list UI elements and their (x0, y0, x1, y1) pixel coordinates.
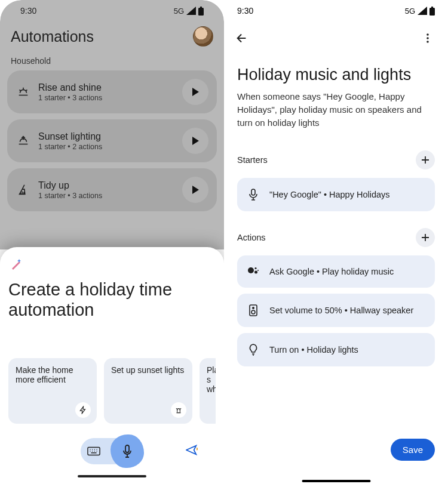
bolt-icon (75, 402, 91, 418)
suggestion-chip[interactable]: Play s when (200, 358, 216, 424)
automation-text: Rise and shine 1 starter • 3 actions (38, 82, 175, 102)
speaker-icon (247, 304, 260, 316)
automation-name: Rise and shine (38, 82, 175, 93)
battery-icon (198, 7, 204, 16)
automation-name: Sunset lighting (38, 131, 175, 142)
detail-description: When someone says "Hey Google, Happy Hol… (237, 90, 435, 129)
play-icon (191, 136, 200, 146)
svg-point-8 (426, 41, 429, 43)
sheet-title: Create a holiday time automation (8, 279, 216, 320)
add-action-button[interactable] (416, 228, 435, 247)
play-button[interactable] (182, 79, 208, 105)
page-header: Automations (7, 21, 217, 50)
action-card[interactable]: Ask Google • Play holiday music (237, 255, 435, 288)
sunrise-icon (16, 85, 31, 98)
bulb-icon (247, 344, 260, 356)
assistant-sheet: Create a holiday time automation Make th… (0, 247, 224, 487)
play-icon (191, 185, 200, 195)
action-text: Set volume to 50% • Hallway speaker (269, 306, 413, 315)
play-button[interactable] (182, 128, 208, 154)
automation-text: Sunset lighting 1 starter • 2 actions (38, 131, 175, 151)
status-time: 9:30 (237, 6, 253, 16)
svg-point-12 (254, 267, 256, 269)
starter-card[interactable]: "Hey Google" • Happy Holidays (237, 178, 435, 211)
chip-label: Make the home more efficient (16, 365, 73, 384)
automation-sub: 1 starter • 3 actions (38, 94, 175, 102)
svg-point-15 (253, 307, 254, 309)
network-label: 5G (174, 7, 184, 16)
svg-rect-2 (87, 448, 99, 455)
svg-point-13 (257, 270, 259, 271)
avatar[interactable] (193, 26, 213, 47)
svg-rect-4 (429, 8, 435, 16)
chip-label: Play s when (207, 365, 216, 394)
left-screen: 9:30 5G Automations Household Rise and s… (0, 0, 224, 487)
automation-card[interactable]: Tidy up 1 starter • 3 actions (7, 168, 217, 211)
sunset-icon (16, 134, 31, 147)
signal-icon (186, 7, 196, 15)
svg-point-16 (251, 310, 255, 314)
status-icons: 5G (174, 7, 204, 16)
status-bar: 9:30 5G (7, 0, 217, 21)
svg-point-6 (426, 33, 429, 36)
assistant-icon (247, 266, 260, 277)
right-screen: 9:30 5G Holiday music and lights When so… (224, 0, 448, 487)
action-text: Ask Google • Play holiday music (269, 267, 394, 276)
play-button[interactable] (182, 177, 208, 203)
network-label: 5G (405, 7, 415, 16)
automation-sub: 1 starter • 2 actions (38, 143, 175, 151)
home-indicator (78, 475, 146, 477)
automation-card[interactable]: Rise and shine 1 starter • 3 actions (7, 70, 217, 113)
input-bar (8, 434, 216, 468)
plus-icon (421, 155, 430, 165)
action-text: Turn on • Holiday lights (269, 345, 358, 355)
svg-rect-5 (431, 7, 433, 8)
action-card[interactable]: Turn on • Holiday lights (237, 333, 435, 366)
broom-icon (16, 183, 31, 196)
svg-rect-0 (198, 8, 204, 16)
mic-button[interactable] (111, 434, 144, 468)
svg-rect-9 (251, 189, 255, 195)
svg-point-11 (254, 271, 257, 274)
status-time: 9:30 (20, 6, 36, 16)
starter-text: "Hey Google" • Happy Holidays (269, 190, 390, 199)
automations-dimmed-layer: 9:30 5G Automations Household Rise and s… (0, 0, 224, 249)
wand-icon (10, 257, 216, 273)
svg-rect-3 (125, 445, 129, 452)
plus-icon (421, 233, 430, 242)
svg-point-10 (248, 267, 254, 273)
send-button[interactable] (186, 445, 198, 458)
arrow-left-icon (235, 32, 248, 45)
lights-icon (171, 402, 186, 418)
play-icon (191, 87, 200, 97)
actions-header: Actions (237, 228, 435, 247)
suggestion-chip[interactable]: Set up sunset lights (104, 358, 192, 424)
signal-icon (418, 7, 427, 15)
home-indicator (302, 480, 370, 482)
svg-rect-1 (200, 7, 202, 8)
automation-sub: 1 starter • 3 actions (38, 192, 175, 200)
starters-header: Starters (237, 150, 435, 169)
detail-title: Holiday music and lights (237, 66, 435, 84)
overflow-menu-button[interactable] (417, 27, 438, 49)
suggestion-chip[interactable]: Make the home more efficient (8, 358, 97, 424)
svg-point-7 (426, 37, 429, 39)
automation-text: Tidy up 1 starter • 3 actions (38, 180, 175, 200)
section-label: Household (7, 50, 217, 70)
back-button[interactable] (231, 27, 253, 49)
suggestion-chips: Make the home more efficient Set up suns… (8, 358, 216, 424)
send-icon (186, 445, 198, 455)
automation-name: Tidy up (38, 180, 175, 191)
save-button[interactable]: Save (391, 439, 435, 461)
status-bar: 9:30 5G (224, 0, 448, 21)
chip-label: Set up sunset lights (111, 365, 184, 375)
starters-label: Starters (237, 155, 268, 165)
add-starter-button[interactable] (416, 150, 435, 169)
automation-card[interactable]: Sunset lighting 1 starter • 2 actions (7, 119, 217, 162)
action-card[interactable]: Set volume to 50% • Hallway speaker (237, 294, 435, 327)
page-title: Automations (11, 28, 94, 45)
mic-icon (247, 189, 260, 201)
mic-icon (122, 445, 133, 458)
actions-label: Actions (237, 233, 266, 242)
detail-body: Holiday music and lights When someone sa… (224, 55, 448, 366)
